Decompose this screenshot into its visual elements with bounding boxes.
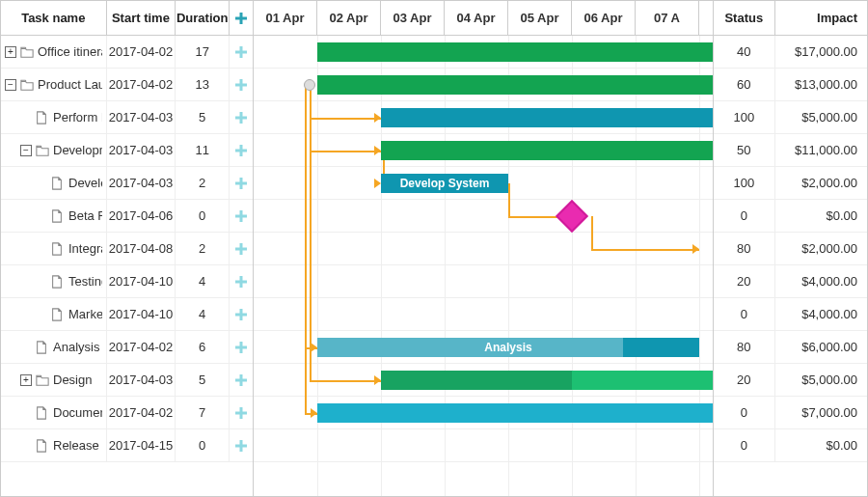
cell-status[interactable]: 20 xyxy=(714,265,775,297)
cell-start[interactable]: 2017-04-02 xyxy=(107,69,176,100)
add-task-button[interactable] xyxy=(230,36,253,68)
cell-duration[interactable]: 5 xyxy=(176,101,230,133)
cell-impact[interactable]: $4,000.00 xyxy=(775,265,867,297)
cell-start[interactable]: 2017-04-15 xyxy=(107,429,176,461)
cell-impact[interactable]: $5,000.00 xyxy=(775,364,867,396)
timeline-area[interactable]: 01 Apr02 Apr03 Apr04 Apr05 Apr06 Apr07 A… xyxy=(254,1,713,496)
timeline-row[interactable] xyxy=(254,429,713,462)
cell-duration[interactable]: 13 xyxy=(176,69,230,100)
cell-duration[interactable]: 4 xyxy=(176,298,230,330)
col-header-duration[interactable]: Duration xyxy=(176,1,230,35)
add-task-button[interactable] xyxy=(230,364,253,396)
cell-status[interactable]: 100 xyxy=(714,101,775,133)
timeline-row[interactable] xyxy=(254,69,713,101)
task-row[interactable]: +Office itinerancy2017-04-0217 xyxy=(1,36,253,69)
task-row-right[interactable]: 60$13,000.00 xyxy=(714,69,867,101)
cell-start[interactable]: 2017-04-06 xyxy=(107,200,176,232)
task-row[interactable]: Beta Release2017-04-060 xyxy=(1,200,253,233)
cell-status[interactable]: 80 xyxy=(714,331,775,363)
task-row-right[interactable]: 80$6,000.00 xyxy=(714,331,867,364)
collapse-toggle[interactable]: − xyxy=(20,145,32,156)
task-row[interactable]: Develop System2017-04-032 xyxy=(1,167,253,200)
col-header-impact[interactable]: Impact xyxy=(775,1,867,35)
cell-start[interactable]: 2017-04-10 xyxy=(107,298,176,330)
task-row-right[interactable]: 0$7,000.00 xyxy=(714,397,867,429)
cell-start[interactable]: 2017-04-03 xyxy=(107,167,176,199)
cell-status[interactable]: 100 xyxy=(714,167,775,199)
task-row[interactable]: Analysis2017-04-026 xyxy=(1,331,253,364)
cell-impact[interactable]: $6,000.00 xyxy=(775,331,867,363)
cell-impact[interactable]: $4,000.00 xyxy=(775,298,867,330)
cell-taskname[interactable]: Develop System xyxy=(1,167,107,199)
task-row-right[interactable]: 0$0.00 xyxy=(714,200,867,233)
add-task-button[interactable] xyxy=(230,298,253,330)
task-row[interactable]: −Product Launch2017-04-0213 xyxy=(1,69,253,101)
cell-taskname[interactable]: Marketing xyxy=(1,298,107,330)
timeline-row[interactable]: Documentation creation xyxy=(254,397,713,429)
collapse-toggle[interactable]: − xyxy=(5,79,16,91)
gantt-bar[interactable]: Documentation creation xyxy=(317,403,713,423)
cell-taskname[interactable]: Documentation creation xyxy=(1,397,107,428)
cell-status[interactable]: 0 xyxy=(714,429,775,461)
timeline-row[interactable]: Analysis xyxy=(254,331,713,364)
timeline-row[interactable] xyxy=(254,36,713,69)
cell-start[interactable]: 2017-04-08 xyxy=(107,233,176,264)
task-row-right[interactable]: 0$4,000.00 xyxy=(714,298,867,331)
task-row[interactable]: Perform Initial testing2017-04-035 xyxy=(1,101,253,134)
gantt-bar[interactable]: Perform Initial testing xyxy=(381,108,713,127)
cell-taskname[interactable]: Release v1.0 xyxy=(1,429,107,461)
task-row-right[interactable]: 100$2,000.00 xyxy=(714,167,867,200)
cell-impact[interactable]: $7,000.00 xyxy=(775,397,867,428)
cell-start[interactable]: 2017-04-02 xyxy=(107,331,176,363)
cell-taskname[interactable]: +Design xyxy=(1,364,107,396)
cell-taskname[interactable]: Perform Initial testing xyxy=(1,101,107,133)
cell-taskname[interactable]: Testing xyxy=(1,265,107,297)
cell-duration[interactable]: 7 xyxy=(176,397,230,428)
expand-toggle[interactable]: + xyxy=(5,46,16,58)
task-row[interactable]: Testing2017-04-104 xyxy=(1,265,253,298)
cell-status[interactable]: 60 xyxy=(714,69,775,100)
milestone-marker[interactable] xyxy=(560,205,583,228)
task-row[interactable]: +Design2017-04-035 xyxy=(1,364,253,397)
gantt-bar[interactable]: Develop System xyxy=(381,174,508,193)
cell-start[interactable]: 2017-04-10 xyxy=(107,265,176,297)
cell-impact[interactable]: $13,000.00 xyxy=(775,69,867,100)
add-task-button[interactable] xyxy=(230,69,253,100)
cell-status[interactable]: 80 xyxy=(714,233,775,264)
add-task-button[interactable] xyxy=(230,331,253,363)
timeline-body[interactable]: Perform Initial testingDevelop SystemAna… xyxy=(254,36,713,462)
cell-start[interactable]: 2017-04-03 xyxy=(107,364,176,396)
cell-status[interactable]: 50 xyxy=(714,134,775,166)
add-task-button[interactable] xyxy=(230,429,253,461)
cell-taskname[interactable]: Integrate System xyxy=(1,233,107,264)
cell-status[interactable]: 0 xyxy=(714,200,775,232)
add-task-button[interactable] xyxy=(230,200,253,232)
task-row-right[interactable]: 50$11,000.00 xyxy=(714,134,867,167)
cell-taskname[interactable]: −Development xyxy=(1,134,107,166)
task-row[interactable]: Marketing2017-04-104 xyxy=(1,298,253,331)
cell-status[interactable]: 0 xyxy=(714,298,775,330)
cell-duration[interactable]: 11 xyxy=(176,134,230,166)
add-task-button[interactable] xyxy=(230,101,253,133)
cell-taskname[interactable]: Analysis xyxy=(1,331,107,363)
cell-start[interactable]: 2017-04-02 xyxy=(107,36,176,68)
cell-impact[interactable]: $0.00 xyxy=(775,429,867,461)
cell-impact[interactable]: $17,000.00 xyxy=(775,36,867,68)
cell-start[interactable]: 2017-04-03 xyxy=(107,134,176,166)
cell-taskname[interactable]: Beta Release xyxy=(1,200,107,232)
add-task-button[interactable] xyxy=(230,397,253,428)
gantt-bar[interactable] xyxy=(381,141,713,160)
add-task-button[interactable] xyxy=(230,167,253,199)
cell-duration[interactable]: 4 xyxy=(176,265,230,297)
task-row[interactable]: −Development2017-04-0311 xyxy=(1,134,253,167)
task-row-right[interactable]: 20$4,000.00 xyxy=(714,265,867,298)
timeline-row[interactable]: Develop System xyxy=(254,167,713,200)
task-row-right[interactable]: 80$2,000.00 xyxy=(714,233,867,265)
gantt-bar[interactable] xyxy=(317,42,713,62)
task-row[interactable]: Integrate System2017-04-082 xyxy=(1,233,253,265)
task-row-right[interactable]: 100$5,000.00 xyxy=(714,101,867,134)
task-row-right[interactable]: 40$17,000.00 xyxy=(714,36,867,69)
cell-taskname[interactable]: +Office itinerancy xyxy=(1,36,107,68)
cell-duration[interactable]: 0 xyxy=(176,429,230,461)
task-row[interactable]: Documentation creation2017-04-027 xyxy=(1,397,253,429)
